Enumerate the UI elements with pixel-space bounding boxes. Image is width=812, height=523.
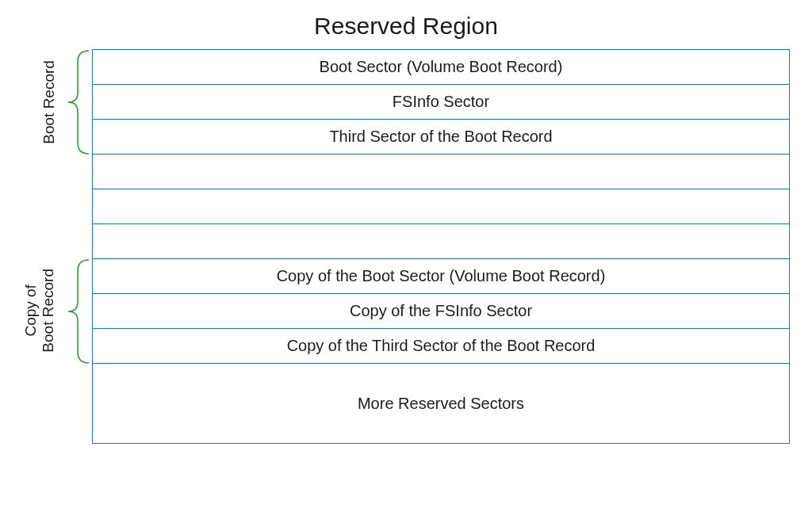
table-row: More Reserved Sectors [93,364,789,443]
sector-table: Boot Sector (Volume Boot Record) FSInfo … [92,49,790,444]
table-row [93,189,789,224]
table-row [93,224,789,259]
cell-label: Copy of the Third Sector of the Boot Rec… [287,337,596,355]
cell-label: FSInfo Sector [393,93,489,111]
cell-label: More Reserved Sectors [358,395,524,413]
side-label-text: Boot Record [40,269,56,353]
side-label-boot-record: Boot Record [40,55,58,150]
table-row: Third Sector of the Boot Record [93,120,789,155]
cell-label: Boot Sector (Volume Boot Record) [320,58,563,76]
brace-icon [63,49,92,155]
table-row: FSInfo Sector [93,85,789,120]
table-row [93,155,789,189]
diagram-title: Reserved Region [0,13,812,40]
brace-icon [63,258,92,365]
table-row: Copy of the FSInfo Sector [93,294,789,329]
diagram-canvas: Reserved Region Boot Sector (Volume Boot… [0,0,812,523]
side-label-text: Boot Record [40,60,57,144]
side-label-copy-boot-record: Copy of Boot Record [22,263,57,358]
table-row: Copy of the Third Sector of the Boot Rec… [93,329,789,364]
cell-label: Copy of the FSInfo Sector [350,302,532,320]
side-label-text: Copy of [22,284,39,336]
table-row: Boot Sector (Volume Boot Record) [93,50,789,85]
cell-label: Third Sector of the Boot Record [329,128,552,146]
table-row: Copy of the Boot Sector (Volume Boot Rec… [93,259,789,294]
cell-label: Copy of the Boot Sector (Volume Boot Rec… [277,267,606,285]
